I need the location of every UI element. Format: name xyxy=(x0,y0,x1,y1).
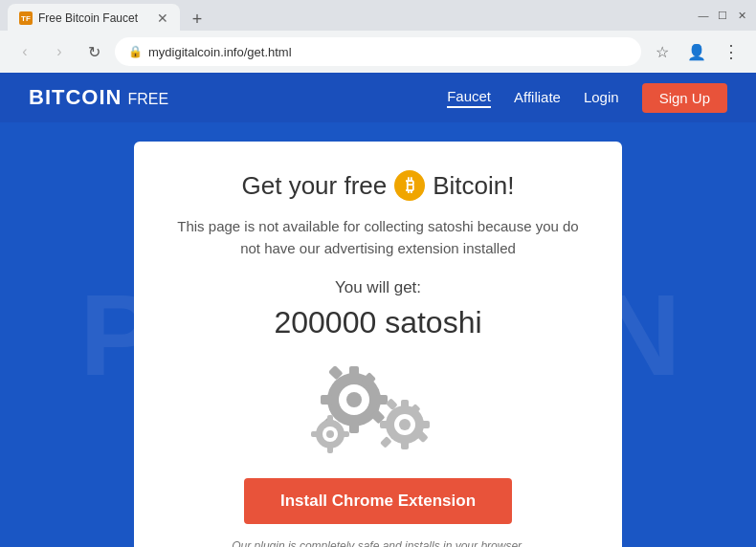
brand-free-text: FREE xyxy=(127,91,168,108)
bookmark-button[interactable]: ☆ xyxy=(649,38,676,65)
browser-tab[interactable]: TF Free Bitcoin Faucet ✕ xyxy=(8,4,180,33)
svg-rect-14 xyxy=(401,400,409,409)
account-button[interactable]: 👤 xyxy=(683,38,710,65)
signup-button[interactable]: Sign Up xyxy=(642,83,727,113)
svg-point-24 xyxy=(326,430,334,438)
nav-affiliate[interactable]: Affiliate xyxy=(514,89,561,107)
svg-rect-27 xyxy=(342,431,349,437)
plugin-note: Our plugin is completely safe and instal… xyxy=(172,537,584,547)
nav-links: Faucet Affiliate Login Sign Up xyxy=(447,83,727,113)
brand-bitcoin-text: BITCOIN xyxy=(29,85,122,110)
brand-logo: BITCOIN FREE xyxy=(29,85,168,110)
svg-rect-16 xyxy=(420,421,430,428)
gears-svg xyxy=(301,360,455,455)
main-card: Get your free ₿ Bitcoin! This page is no… xyxy=(134,142,622,547)
svg-rect-17 xyxy=(380,421,389,428)
svg-rect-25 xyxy=(327,415,333,423)
address-bar: ‹ › ↻ 🔒 mydigitalcoin.info/get.html ☆ 👤 … xyxy=(0,31,756,73)
card-description: This page is not available for collectin… xyxy=(172,216,584,259)
address-input[interactable]: 🔒 mydigitalcoin.info/get.html xyxy=(115,37,641,66)
svg-rect-19 xyxy=(380,436,392,449)
svg-rect-3 xyxy=(349,366,359,378)
satoshi-amount: 200000 satoshi xyxy=(172,305,584,340)
back-button[interactable]: ‹ xyxy=(11,38,38,65)
window-controls: — ☐ ✕ xyxy=(697,9,748,22)
svg-rect-15 xyxy=(401,440,409,449)
svg-rect-4 xyxy=(349,422,359,433)
lock-icon: 🔒 xyxy=(128,45,143,58)
url-text: mydigitalcoin.info/get.html xyxy=(148,45,628,59)
svg-rect-28 xyxy=(311,431,319,437)
close-button[interactable]: ✕ xyxy=(735,9,748,22)
tab-title-text: Free Bitcoin Faucet xyxy=(38,11,151,25)
tab-favicon: TF xyxy=(19,11,33,25)
menu-button[interactable]: ⋮ xyxy=(718,38,745,65)
new-tab-button[interactable]: + xyxy=(184,6,211,33)
svg-point-2 xyxy=(346,392,362,407)
navbar: BITCOIN FREE Faucet Affiliate Login Sign… xyxy=(0,73,756,122)
card-title-post: Bitcoin! xyxy=(433,171,514,201)
nav-login[interactable]: Login xyxy=(584,89,619,107)
svg-rect-5 xyxy=(376,395,388,405)
card-title: Get your free ₿ Bitcoin! xyxy=(172,170,584,201)
refresh-button[interactable]: ↻ xyxy=(80,38,107,65)
gears-graphic xyxy=(172,360,584,455)
page-content: BITCOIN FREE Faucet Affiliate Login Sign… xyxy=(0,73,756,547)
svg-rect-6 xyxy=(321,395,332,405)
plugin-note-line1: Our plugin is completely safe and instal… xyxy=(232,539,523,547)
restore-button[interactable]: ☐ xyxy=(716,9,729,22)
you-will-get-label: You will get: xyxy=(172,278,584,297)
forward-button[interactable]: › xyxy=(46,38,73,65)
svg-rect-26 xyxy=(327,446,333,453)
main-area: PTC FISION Get your free ₿ Bitcoin! This… xyxy=(0,122,756,547)
tab-close-button[interactable]: ✕ xyxy=(157,11,168,26)
nav-faucet[interactable]: Faucet xyxy=(447,88,491,108)
bitcoin-logo-icon: ₿ xyxy=(394,170,425,201)
card-title-pre: Get your free xyxy=(242,171,388,201)
install-extension-button[interactable]: Install Chrome Extension xyxy=(244,478,512,524)
minimize-button[interactable]: — xyxy=(697,9,710,22)
title-bar: TF Free Bitcoin Faucet ✕ + — ☐ ✕ xyxy=(0,0,756,31)
browser-frame: TF Free Bitcoin Faucet ✕ + — ☐ ✕ ‹ › ↻ 🔒… xyxy=(0,0,756,547)
svg-point-13 xyxy=(399,419,411,430)
